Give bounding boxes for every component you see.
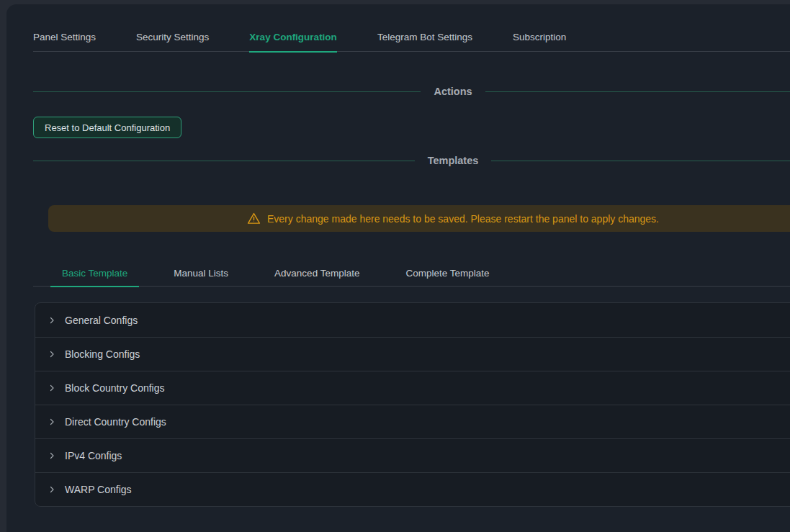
collapse-warp-configs[interactable]: WARP Configs xyxy=(35,472,790,506)
divider-line xyxy=(33,91,421,92)
collapse-general-configs[interactable]: General Configs xyxy=(35,303,790,337)
templates-divider: Templates xyxy=(33,153,790,168)
collapse-item-label: WARP Configs xyxy=(65,484,132,495)
warning-triangle-icon xyxy=(247,212,261,225)
chevron-right-icon xyxy=(47,417,57,427)
tab-advanced-template[interactable]: Advanced Template xyxy=(263,261,371,287)
config-collapse-list: General Configs Blocking Configs Block C… xyxy=(35,302,790,507)
collapse-item-label: General Configs xyxy=(65,315,138,326)
restart-warning-banner: Every change made here needs to be saved… xyxy=(48,205,790,232)
chevron-right-icon xyxy=(47,484,57,495)
actions-divider: Actions xyxy=(33,84,790,99)
collapse-blocking-configs[interactable]: Blocking Configs xyxy=(35,337,790,371)
tab-complete-template[interactable]: Complete Template xyxy=(394,261,501,287)
chevron-right-icon xyxy=(47,383,57,393)
chevron-right-icon xyxy=(47,451,57,461)
collapse-item-label: Blocking Configs xyxy=(65,348,140,360)
tab-basic-template[interactable]: Basic Template xyxy=(50,261,139,287)
collapse-block-country-configs[interactable]: Block Country Configs xyxy=(35,371,790,405)
collapse-item-label: Block Country Configs xyxy=(65,382,165,394)
collapse-direct-country-configs[interactable]: Direct Country Configs xyxy=(35,405,790,438)
settings-tab-bar: Panel Settings Security Settings Xray Co… xyxy=(33,24,790,52)
reset-to-default-button[interactable]: Reset to Default Configuration xyxy=(33,117,181,138)
actions-section-title: Actions xyxy=(421,86,485,97)
divider-line xyxy=(33,161,415,161)
divider-line xyxy=(485,91,790,92)
settings-card: Panel Settings Security Settings Xray Co… xyxy=(6,4,790,532)
collapse-item-label: IPv4 Configs xyxy=(65,450,122,461)
divider-line xyxy=(491,161,790,161)
tab-manual-lists[interactable]: Manual Lists xyxy=(162,261,240,287)
template-tab-bar: Basic Template Manual Lists Advanced Tem… xyxy=(33,261,790,287)
chevron-right-icon xyxy=(47,315,57,325)
chevron-right-icon xyxy=(47,349,57,359)
tab-xray-configuration[interactable]: Xray Configuration xyxy=(249,24,337,52)
tab-subscription[interactable]: Subscription xyxy=(513,24,566,52)
tab-panel-settings[interactable]: Panel Settings xyxy=(33,24,96,52)
templates-section-title: Templates xyxy=(415,155,492,166)
warning-message: Every change made here needs to be saved… xyxy=(267,213,659,225)
collapse-ipv4-configs[interactable]: IPv4 Configs xyxy=(35,438,790,472)
collapse-item-label: Direct Country Configs xyxy=(65,416,166,428)
tab-security-settings[interactable]: Security Settings xyxy=(136,24,209,52)
tab-telegram-bot-settings[interactable]: Telegram Bot Settings xyxy=(377,24,472,52)
